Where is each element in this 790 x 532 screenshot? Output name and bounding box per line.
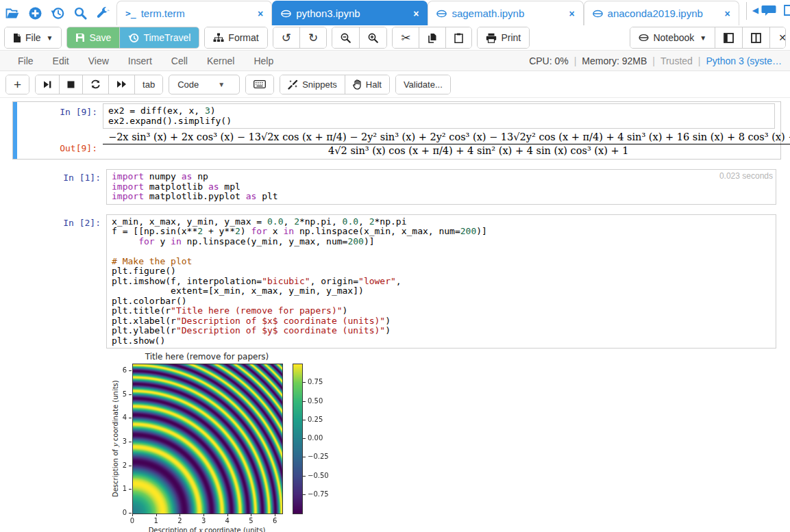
file-menu-button[interactable]: File ▼ [5, 27, 61, 48]
y-tick-label: 3 [118, 438, 127, 445]
colorbar-tick-label: 0.00 [308, 434, 335, 442]
cell-type-select[interactable]: Code ▼ [169, 75, 240, 94]
cell-in1[interactable]: In [1]: 0.023 seconds import numpy as np… [0, 169, 790, 205]
output-prompt: Out[9]: [13, 131, 103, 153]
terminal-icon: >_ [125, 8, 136, 18]
history-icon[interactable] [51, 6, 64, 20]
colorbar-tick-mark [303, 494, 306, 495]
input-prompt: In [9]: [13, 103, 103, 117]
notebook-menu-button[interactable]: Notebook ▼ [630, 27, 715, 48]
colorbar-tick-mark [303, 438, 306, 439]
zoom-out-icon [341, 33, 351, 43]
y-tick-mark [129, 466, 132, 466]
menu-cell[interactable]: Cell [162, 55, 197, 66]
x-tick-mark [132, 514, 133, 516]
search-icon[interactable] [73, 6, 87, 20]
y-tick-mark [129, 513, 132, 514]
tab-term[interactable]: >_ term.term × [116, 1, 272, 25]
divider [746, 2, 747, 20]
cut-button[interactable]: ✂ [393, 27, 419, 48]
close-icon[interactable]: × [256, 8, 264, 19]
save-button[interactable]: Save [67, 27, 120, 48]
plot-output: Title here (remove for papers) Descripti… [110, 351, 452, 532]
menu-file[interactable]: File [8, 55, 43, 66]
y-tick-mark [129, 442, 132, 442]
tab-python3[interactable]: python3.ipynb × [272, 1, 428, 25]
y-tick-label: 2 [118, 461, 127, 469]
new-file-icon[interactable] [28, 6, 42, 20]
selected-cell-indicator [13, 102, 17, 159]
add-cell-button[interactable]: + [6, 75, 29, 94]
restart-kernel-button[interactable] [83, 75, 109, 94]
close-icon[interactable]: × [724, 8, 732, 19]
print-icon [486, 33, 497, 43]
stop-icon [67, 81, 75, 88]
undo-button[interactable]: ↺ [273, 27, 300, 48]
x-tick-mark [180, 514, 180, 516]
colorbar-tick-mark [303, 476, 306, 477]
zoom-out-button[interactable] [332, 27, 360, 48]
tab-label: term.term [141, 8, 251, 19]
menu-help[interactable]: Help [244, 55, 283, 66]
caret-down-icon: ▼ [47, 34, 53, 42]
collapse-left-icon[interactable]: ◀ [752, 5, 758, 15]
split-horizontal-icon [724, 33, 734, 43]
menu-edit[interactable]: Edit [43, 55, 79, 66]
code-input[interactable]: ex2 = diff(ex, x, 3)ex2.expand().simplif… [103, 103, 775, 129]
validate-button[interactable]: Validate... [396, 75, 450, 94]
kernel-name[interactable]: Python 3 (syste… [706, 55, 782, 66]
wrench-icon[interactable] [96, 6, 110, 20]
tab-anaconda[interactable]: anaconda2019.ipynb × [584, 1, 739, 25]
paste-button[interactable] [446, 27, 471, 48]
tab-key-button[interactable]: tab [135, 75, 162, 94]
plot-title: Title here (remove for papers) [132, 352, 282, 362]
notebook-menubar: File Edit View Insert Cell Kernel Help C… [0, 50, 790, 71]
menu-kernel[interactable]: Kernel [197, 55, 244, 66]
menu-view[interactable]: View [79, 55, 119, 66]
execution-time: 0.023 seconds [719, 171, 773, 181]
format-button[interactable]: Format [205, 27, 267, 48]
jupyter-icon [639, 33, 649, 42]
paste-icon [454, 33, 463, 43]
y-tick-mark [129, 370, 132, 371]
tab-label: anaconda2019.ipynb [608, 8, 719, 19]
zoom-in-button[interactable] [360, 27, 386, 48]
code-input[interactable]: x_min, x_max, y_min, y_max = 0.0, 2*np.p… [106, 214, 776, 349]
chat-bubble-icon[interactable] [761, 4, 776, 16]
y-tick-mark [129, 394, 132, 395]
copy-button[interactable] [419, 27, 446, 48]
colorbar-tick-label: 0.75 [308, 378, 335, 385]
run-cell-button[interactable] [36, 75, 60, 94]
tab-sagemath[interactable]: sagemath.ipynb × [428, 1, 583, 25]
close-icon[interactable]: × [567, 8, 576, 19]
cell-in9[interactable]: In [9]: ex2 = diff(ex, x, 3)ex2.expand()… [12, 101, 781, 160]
top-tab-bar: >_ term.term × python3.ipynb × sagemath.… [0, 0, 790, 25]
keyboard-shortcuts-button[interactable] [246, 75, 273, 94]
y-tick-label: 6 [118, 366, 127, 374]
jupyter-icon [436, 9, 447, 18]
timetravel-button[interactable]: TimeTravel [120, 27, 199, 48]
split-horizontal-button[interactable] [715, 27, 743, 48]
menu-insert[interactable]: Insert [119, 55, 162, 66]
close-icon[interactable]: × [412, 8, 420, 19]
y-tick-mark [129, 418, 132, 418]
save-icon [75, 33, 85, 42]
split-vertical-button[interactable] [743, 27, 770, 48]
run-all-button[interactable] [109, 75, 135, 94]
cell-in2[interactable]: In [2]: x_min, x_max, y_min, y_max = 0.0… [0, 214, 790, 349]
tab-label: python3.ipynb [296, 8, 407, 19]
stop-button[interactable] [60, 75, 83, 94]
halt-button[interactable]: Halt [345, 75, 389, 94]
code-input[interactable]: 0.023 seconds import numpy as npimport m… [106, 169, 776, 205]
x-tick-label: 0 [127, 517, 137, 524]
open-file-icon[interactable] [5, 6, 19, 20]
snippets-button[interactable]: Snippets [280, 75, 345, 94]
clipped-icon [783, 4, 790, 16]
clipped-toolbar-button[interactable]: ✕ [770, 27, 786, 48]
caret-down-icon: ▼ [218, 81, 225, 88]
undo-icon: ↺ [282, 32, 291, 44]
colorbar-tick-label: 0.25 [308, 416, 335, 423]
print-button[interactable]: Print [478, 27, 529, 48]
redo-button[interactable]: ↻ [300, 27, 326, 48]
zoom-in-icon [368, 33, 378, 43]
